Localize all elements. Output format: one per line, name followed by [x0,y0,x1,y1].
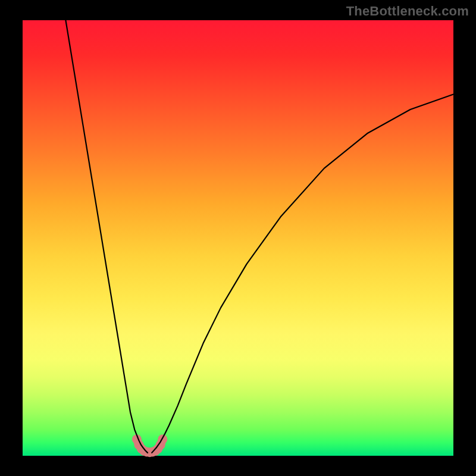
chart-frame: TheBottleneck.com [0,0,476,476]
left-curve [65,20,148,453]
right-curve [152,94,453,452]
watermark-text: TheBottleneck.com [346,4,469,19]
chart-svg [23,20,453,456]
